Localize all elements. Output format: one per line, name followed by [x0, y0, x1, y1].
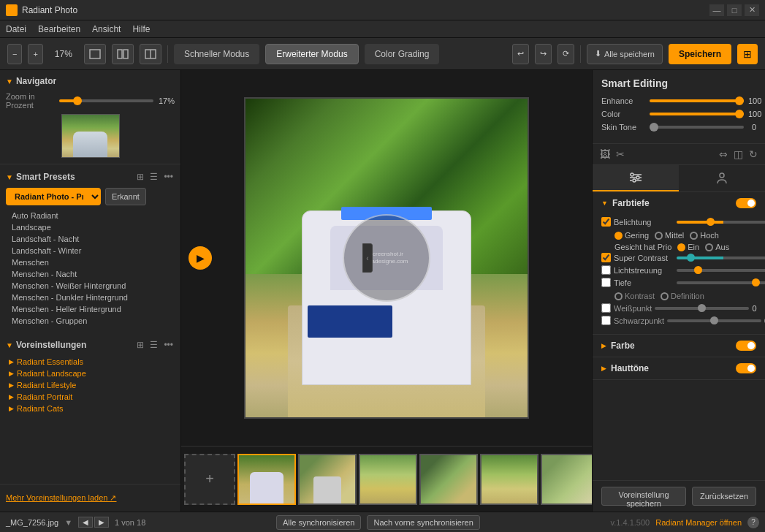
- color-slider[interactable]: [650, 113, 744, 115]
- voreinst-grid-btn[interactable]: ⊞: [135, 338, 145, 352]
- filename-dropdown-icon[interactable]: ▼: [64, 518, 72, 527]
- radio-mittel[interactable]: Mittel: [655, 231, 684, 240]
- list-item[interactable]: ▶ Radiant Landscape: [6, 368, 175, 379]
- filmstrip-item[interactable]: [480, 454, 538, 505]
- radio-hoch[interactable]: Hoch: [690, 231, 719, 240]
- weisspunkt-checkbox[interactable]: [601, 303, 611, 313]
- weisspunkt-slider[interactable]: [655, 307, 749, 310]
- radio-ein[interactable]: Ein: [677, 243, 699, 251]
- list-item[interactable]: ▶ Radiant Essentials: [6, 356, 175, 368]
- tab-adjustments[interactable]: [593, 165, 679, 191]
- navigator-zoom-slider[interactable]: [59, 99, 153, 102]
- undo-button[interactable]: ↩: [512, 44, 529, 64]
- radio-gering[interactable]: Gering: [614, 231, 649, 240]
- menu-datei[interactable]: Datei: [6, 24, 26, 34]
- super-contrast-checkbox[interactable]: [601, 253, 611, 262]
- image-settings-icon[interactable]: 🖼: [600, 148, 610, 160]
- add-image-button[interactable]: +: [184, 454, 235, 505]
- radiant-manager-link[interactable]: Radiant Manager öffnen: [655, 518, 742, 527]
- close-button[interactable]: ✕: [745, 4, 759, 16]
- farbtiefe-toggle[interactable]: [736, 198, 756, 208]
- erkannt-button[interactable]: Erkannt: [105, 188, 146, 205]
- reset-button[interactable]: Zurücksetzen: [692, 487, 756, 506]
- refresh-button[interactable]: ⟳: [557, 44, 574, 64]
- voreinst-more-btn[interactable]: •••: [162, 338, 175, 352]
- mode-grading-button[interactable]: Color Grading: [365, 44, 440, 64]
- enhance-slider[interactable]: [650, 99, 744, 102]
- lichtstreuung-checkbox[interactable]: [601, 265, 611, 275]
- list-item[interactable]: Menschen - Dunkler Hintergrund: [6, 292, 175, 303]
- help-icon[interactable]: ?: [747, 517, 759, 528]
- rotate-icon[interactable]: ↻: [749, 148, 758, 160]
- lichtstreuung-slider[interactable]: [677, 269, 765, 272]
- list-item[interactable]: ▶ Radiant Cats: [6, 403, 175, 414]
- ai-settings-button[interactable]: ⊞: [737, 44, 758, 64]
- menu-hilfe[interactable]: Hilfe: [132, 24, 150, 34]
- menu-ansicht[interactable]: Ansicht: [92, 24, 121, 34]
- schwarzpunkt-checkbox[interactable]: [601, 316, 611, 325]
- radio-aus[interactable]: Aus: [705, 243, 729, 251]
- presets-more-btn[interactable]: •••: [162, 170, 175, 183]
- tab-portrait[interactable]: [679, 165, 765, 191]
- radio-kontrast[interactable]: Kontrast: [614, 292, 655, 300]
- load-more-presets-button[interactable]: Mehr Voreinstellungen laden ↗: [6, 490, 116, 506]
- skintone-slider[interactable]: [650, 126, 744, 129]
- redo-button[interactable]: ↪: [535, 44, 552, 64]
- next-image-button[interactable]: ▶: [94, 517, 109, 528]
- compare-icon[interactable]: ◫: [734, 148, 743, 160]
- menu-bearbeiten[interactable]: Bearbeiten: [38, 24, 80, 34]
- radio-definition[interactable]: Definition: [661, 292, 704, 300]
- filmstrip-item[interactable]: [237, 454, 296, 505]
- farbe-toggle[interactable]: [736, 341, 756, 351]
- belichtung-slider[interactable]: [677, 221, 765, 224]
- hauttone-toggle[interactable]: [736, 363, 756, 373]
- list-item[interactable]: Menschen - Nacht: [6, 268, 175, 280]
- mode-erweitert-button[interactable]: Erweiterter Modus: [265, 44, 358, 64]
- presets-grid-btn[interactable]: ⊞: [135, 170, 145, 183]
- play-button[interactable]: ▶: [189, 246, 212, 270]
- save-all-button[interactable]: ⬇ Alle speichern: [587, 44, 663, 64]
- list-item[interactable]: Landscape: [6, 221, 175, 233]
- sync-all-button[interactable]: Alle synchronisieren: [276, 515, 361, 530]
- list-item[interactable]: Menschen - Heller Hintergrund: [6, 303, 175, 315]
- split-view-button[interactable]: [112, 44, 134, 64]
- save-button[interactable]: Speichern: [669, 44, 731, 64]
- navigator-header[interactable]: ▼ Navigator: [6, 76, 175, 86]
- tiefe-checkbox[interactable]: [601, 278, 611, 287]
- super-contrast-slider[interactable]: [677, 256, 765, 259]
- farbe-header[interactable]: ▶ Farbe: [593, 335, 765, 357]
- list-item[interactable]: Menschen - Weißer Hintergrund: [6, 280, 175, 292]
- zoom-out-button[interactable]: −: [7, 44, 22, 64]
- filmstrip-item[interactable]: [541, 454, 592, 505]
- list-item[interactable]: Menschen - Gruppen: [6, 315, 175, 327]
- belichtung-checkbox[interactable]: [601, 217, 611, 227]
- minimize-button[interactable]: —: [709, 4, 724, 16]
- collapse-left-handle[interactable]: ‹: [362, 243, 373, 273]
- list-item[interactable]: Landschaft - Winter: [6, 245, 175, 256]
- filmstrip-item[interactable]: [419, 454, 478, 505]
- list-item[interactable]: ▶ Radiant Portrait: [6, 391, 175, 403]
- crop-icon[interactable]: ✂: [616, 148, 625, 160]
- filmstrip-item[interactable]: [298, 454, 357, 505]
- smart-presets-header[interactable]: ▼ Smart Presets: [6, 172, 75, 182]
- prev-image-button[interactable]: ◀: [78, 517, 93, 528]
- voreinst-list-btn[interactable]: ☰: [148, 338, 159, 352]
- single-view-button[interactable]: [84, 44, 106, 64]
- voreinstellungen-header[interactable]: ▼ Voreinstellungen: [6, 340, 86, 350]
- tiefe-slider[interactable]: [677, 281, 765, 284]
- list-item[interactable]: Auto Radiant: [6, 210, 175, 221]
- preset-dropdown[interactable]: Radiant Photo - Pro: [6, 188, 101, 205]
- schwarzpunkt-slider[interactable]: [667, 319, 761, 322]
- list-item[interactable]: Menschen: [6, 256, 175, 268]
- filmstrip-item[interactable]: [359, 454, 417, 505]
- sync-forward-button[interactable]: Nach vorne synchronisieren: [367, 515, 479, 530]
- zoom-in-button[interactable]: +: [28, 44, 42, 64]
- farbtiefe-header[interactable]: ▼ Farbtiefe: [593, 192, 765, 214]
- mode-schnell-button[interactable]: Schneller Modus: [174, 44, 259, 64]
- list-item[interactable]: ▶ Radiant Lifestyle: [6, 379, 175, 391]
- save-preset-button[interactable]: Voreinstellung speichern: [601, 487, 686, 506]
- compare-view-button[interactable]: [140, 44, 161, 64]
- presets-list-btn[interactable]: ☰: [148, 170, 159, 183]
- maximize-button[interactable]: □: [727, 4, 742, 16]
- transform-icon[interactable]: ⇔: [719, 148, 728, 160]
